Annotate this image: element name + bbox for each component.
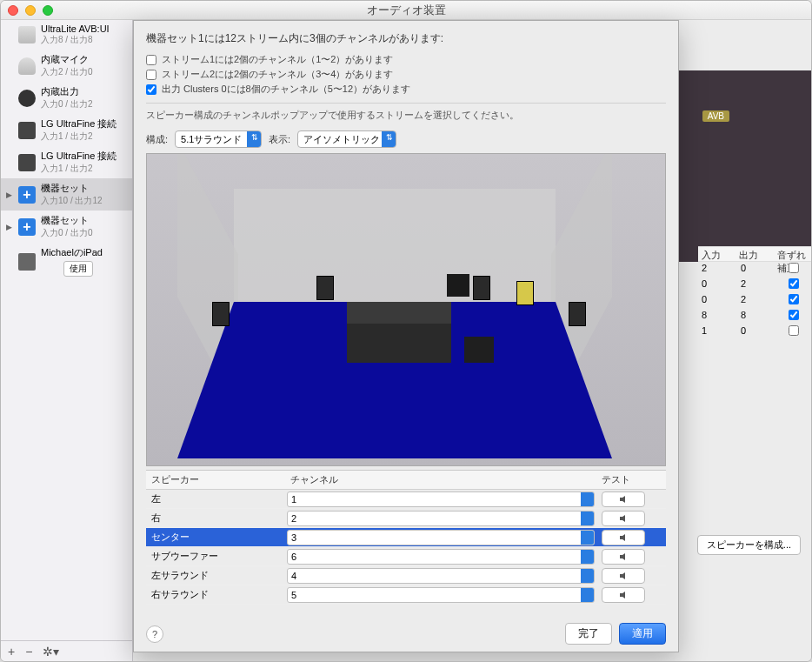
device-icon	[18, 26, 36, 43]
config-label: 構成:	[146, 133, 168, 146]
close-icon[interactable]	[8, 5, 18, 16]
display-label: 表示:	[269, 133, 290, 146]
speaker-row[interactable]: 右2	[146, 509, 666, 528]
stream-checkbox-row[interactable]: ストリーム2には2個のチャンネル（3〜4）があります	[146, 68, 666, 81]
device-io: 入力8 / 出力8	[41, 34, 127, 46]
sheet-note: スピーカー構成のチャンネルポップアップで使用するストリームを選択してください。	[146, 103, 666, 122]
window-controls	[8, 5, 53, 16]
device-row[interactable]: 内蔵マイク入力2 / 出力0	[1, 50, 132, 82]
subwoofer-icon[interactable]	[447, 274, 469, 297]
speaker-name: センター	[146, 531, 285, 544]
device-name: 機器セット	[41, 182, 127, 195]
stream-checkbox-row[interactable]: 出力 Clusters 0には8個のチャンネル（5〜12）があります	[146, 83, 666, 96]
device-row[interactable]: ▶機器セット入力0 / 出力0	[1, 211, 132, 243]
speaker-table: スピーカー チャンネル テスト 左1右2センター3サブウーファー6左サラウンド4…	[146, 470, 666, 616]
device-io: 入力2 / 出力0	[41, 66, 127, 78]
speaker-row[interactable]: 左サラウンド4	[146, 566, 666, 585]
channel-select[interactable]: 4	[287, 568, 595, 584]
use-button[interactable]: 使用	[63, 261, 93, 277]
device-row[interactable]: LG UltraFine 接続入力1 / 出力2	[1, 114, 132, 146]
stream-label: 出力 Clusters 0には8個のチャンネル（5〜12）があります	[162, 83, 410, 96]
sheet-title: 機器セット1には12ストリーム内に3個のチャンネルがあります:	[146, 31, 666, 46]
speaker-name: 右サラウンド	[146, 588, 285, 601]
device-row[interactable]: ▶機器セット入力10 / 出力12	[1, 178, 132, 211]
stream-checkbox[interactable]	[146, 70, 156, 80]
io-row: 02	[698, 293, 811, 309]
speaker-right-icon[interactable]	[473, 276, 490, 300]
device-io: 入力1 / 出力2	[41, 130, 127, 143]
disclosure-icon[interactable]: ▶	[6, 191, 13, 199]
speaker-row[interactable]: センター3	[146, 528, 666, 547]
device-row[interactable]: UltraLite AVB:UI入力8 / 出力8	[1, 20, 132, 50]
test-button[interactable]	[602, 587, 645, 603]
io-row: 20	[698, 262, 811, 278]
drift-checkbox[interactable]	[789, 294, 799, 304]
device-icon	[18, 154, 36, 171]
configure-speakers-button[interactable]: スピーカーを構成...	[697, 535, 801, 555]
minimize-icon[interactable]	[25, 5, 36, 16]
device-row[interactable]: 内蔵出力入力0 / 出力2	[1, 82, 132, 114]
drift-checkbox[interactable]	[789, 310, 799, 320]
test-button[interactable]	[602, 511, 645, 526]
stream-checkbox-row[interactable]: ストリーム1には2個のチャンネル（1〜2）があります	[146, 53, 666, 66]
speaker-ls-icon[interactable]	[212, 302, 230, 326]
test-button[interactable]	[602, 491, 645, 507]
config-popup[interactable]: 5.1サラウンド	[175, 130, 262, 148]
apply-button[interactable]: 適用	[619, 623, 666, 645]
io-row: 10	[698, 324, 811, 340]
speaker-row[interactable]: 右サラウンド5	[146, 585, 666, 605]
disclosure-icon[interactable]: ▶	[6, 223, 13, 231]
device-name: 内蔵マイク	[41, 53, 127, 66]
remove-device-button[interactable]: −	[25, 645, 32, 659]
channel-select[interactable]: 5	[287, 587, 595, 603]
device-io: 入力10 / 出力12	[41, 195, 127, 207]
settings-gear-icon[interactable]: ✲▾	[43, 645, 59, 659]
display-popup[interactable]: アイソメトリック	[297, 130, 396, 148]
device-icon	[18, 253, 36, 271]
speaker-left-icon[interactable]	[316, 276, 334, 300]
add-device-button[interactable]: +	[8, 645, 15, 659]
speaker-row[interactable]: 左1	[146, 490, 666, 509]
speaker-name: 左	[146, 492, 285, 505]
device-io: 入力1 / 出力2	[41, 163, 127, 175]
test-button[interactable]	[602, 549, 645, 565]
device-icon	[18, 218, 36, 236]
speaker-config-sheet: 機器セット1には12ストリーム内に3個のチャンネルがあります: ストリーム1には…	[133, 20, 679, 652]
window-title: オーディオ装置	[367, 3, 446, 18]
maximize-icon[interactable]	[43, 5, 53, 16]
device-name: MichaelのiPad	[41, 246, 127, 259]
drift-checkbox[interactable]	[789, 278, 799, 289]
test-button[interactable]	[602, 530, 645, 545]
stream-label: ストリーム1には2個のチャンネル（1〜2）があります	[162, 53, 393, 66]
speaker-center-icon[interactable]	[516, 281, 534, 305]
table-icon	[464, 337, 494, 363]
device-row[interactable]: LG UltraFine 接続入力1 / 出力2	[1, 146, 132, 178]
sheet-help-button[interactable]: ?	[146, 625, 163, 643]
done-button[interactable]: 完了	[565, 623, 612, 645]
speaker-rs-icon[interactable]	[569, 302, 586, 326]
io-table-header: 入力 出力 音ずれ補正	[698, 246, 811, 262]
device-icon	[18, 122, 36, 139]
device-io: 入力0 / 出力0	[41, 227, 127, 239]
drift-checkbox[interactable]	[789, 263, 799, 273]
device-io: 入力0 / 出力2	[41, 98, 127, 110]
avb-tag: AVB	[702, 110, 729, 122]
drift-checkbox[interactable]	[789, 325, 799, 336]
speaker-3d-view[interactable]	[146, 153, 666, 466]
test-button[interactable]	[602, 568, 645, 584]
speaker-name: 右	[146, 512, 285, 525]
device-sidebar: UltraLite AVB:UI入力8 / 出力8内蔵マイク入力2 / 出力0内…	[1, 20, 133, 661]
stream-checkbox[interactable]	[146, 55, 156, 65]
channel-select[interactable]: 6	[287, 549, 595, 565]
channel-select[interactable]: 1	[287, 491, 595, 507]
channel-select[interactable]: 3	[287, 530, 595, 545]
titlebar[interactable]: オーディオ装置	[1, 1, 811, 20]
device-name: LG UltraFine 接続	[41, 150, 127, 163]
io-row: 02	[698, 278, 811, 293]
speaker-row[interactable]: サブウーファー6	[146, 547, 666, 566]
device-row[interactable]: MichaelのiPad使用	[1, 243, 132, 280]
channel-select[interactable]: 2	[287, 511, 595, 526]
sidebar-toolbar: + − ✲▾	[1, 640, 132, 661]
device-name: LG UltraFine 接続	[41, 117, 127, 130]
stream-checkbox[interactable]	[146, 84, 156, 95]
